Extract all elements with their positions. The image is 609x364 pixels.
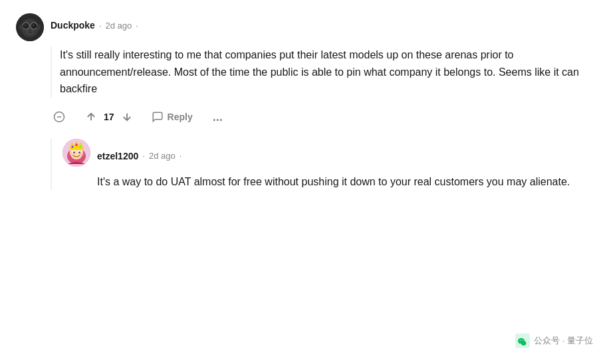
svg-point-25 bbox=[74, 151, 75, 152]
svg-point-7 bbox=[33, 25, 34, 26]
svg-point-6 bbox=[25, 25, 26, 26]
svg-point-5 bbox=[32, 24, 36, 28]
svg-point-18 bbox=[75, 143, 78, 146]
svg-rect-10 bbox=[28, 32, 32, 33]
svg-point-24 bbox=[78, 151, 80, 153]
nested-comment-top: etzel1200 · 2d ago · bbox=[62, 139, 593, 167]
more-options-button[interactable]: ... bbox=[209, 108, 227, 126]
svg-point-23 bbox=[73, 151, 75, 153]
collapse-button[interactable] bbox=[51, 108, 68, 126]
svg-point-26 bbox=[80, 151, 80, 152]
nested-comment-timestamp: 2d ago bbox=[149, 151, 176, 161]
svg-point-11 bbox=[19, 25, 23, 30]
comment-meta: Duckpoke · 2d ago · bbox=[51, 13, 138, 31]
nested-comment-username: etzel1200 bbox=[97, 151, 138, 161]
vote-section: 17 bbox=[82, 108, 136, 126]
comment-actions: 17 Reply ... bbox=[51, 108, 593, 126]
nested-comment-text: It's a way to do UAT almost for free wit… bbox=[97, 173, 593, 191]
comment-username: Duckpoke bbox=[51, 20, 95, 31]
nested-comment-meta: etzel1200 · 2d ago · bbox=[97, 144, 182, 161]
comment-item: Duckpoke · 2d ago · It's still really in… bbox=[16, 13, 593, 126]
svg-point-28 bbox=[80, 153, 84, 155]
upvote-button[interactable] bbox=[82, 108, 100, 126]
wechat-icon bbox=[515, 333, 530, 348]
svg-point-20 bbox=[80, 145, 82, 147]
comment-text: It's still really interesting to me that… bbox=[51, 46, 593, 98]
more-label: ... bbox=[213, 110, 223, 124]
reply-label: Reply bbox=[168, 112, 193, 122]
avatar bbox=[62, 139, 90, 167]
svg-point-4 bbox=[24, 24, 28, 28]
vote-count: 17 bbox=[104, 112, 114, 122]
svg-rect-9 bbox=[28, 30, 32, 31]
svg-point-12 bbox=[37, 25, 41, 30]
watermark: 公众号 · 量子位 bbox=[515, 333, 593, 348]
comment-section: Duckpoke · 2d ago · It's still really in… bbox=[16, 13, 593, 190]
svg-point-27 bbox=[69, 153, 73, 155]
avatar bbox=[16, 13, 44, 41]
comment-timestamp: 2d ago bbox=[106, 21, 132, 31]
downvote-button[interactable] bbox=[118, 108, 136, 126]
reply-button[interactable]: Reply bbox=[146, 108, 198, 126]
watermark-text: 公众号 · 量子位 bbox=[534, 335, 593, 347]
nested-comment: etzel1200 · 2d ago · It's a way to do UA… bbox=[51, 139, 593, 191]
svg-point-19 bbox=[72, 145, 74, 147]
